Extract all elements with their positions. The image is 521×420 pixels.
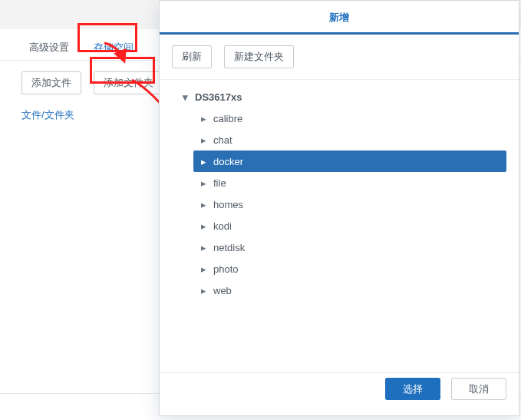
- tree-item-web[interactable]: ▸web: [193, 279, 506, 301]
- chevron-right-icon: ▸: [198, 156, 209, 167]
- tree-root[interactable]: ▾DS3617xs: [175, 86, 506, 107]
- tree-item-label: chat: [213, 134, 502, 146]
- chevron-right-icon: ▸: [198, 199, 209, 210]
- tree-item-label: netdisk: [213, 242, 502, 253]
- tree-item-label: photo: [213, 263, 502, 275]
- chevron-right-icon: ▸: [198, 242, 209, 253]
- chevron-right-icon: ▸: [198, 220, 209, 232]
- tree-item-chat[interactable]: ▸chat: [193, 129, 506, 150]
- chevron-right-icon: ▸: [198, 177, 209, 189]
- tree-item-calibre[interactable]: ▸calibre: [193, 107, 506, 129]
- chevron-right-icon: ▸: [198, 263, 209, 275]
- select-button[interactable]: 选择: [385, 378, 440, 400]
- tree-item-photo[interactable]: ▸photo: [193, 258, 506, 279]
- chevron-down-icon: ▾: [180, 91, 190, 103]
- refresh-button[interactable]: 刷新: [172, 45, 212, 68]
- tree-root-label: DS3617xs: [195, 91, 502, 103]
- tree-item-label: file: [213, 177, 502, 189]
- tree-item-label: calibre: [213, 113, 502, 124]
- tree-item-kodi[interactable]: ▸kodi: [193, 215, 506, 236]
- new-folder-button[interactable]: 新建文件夹: [224, 45, 294, 68]
- folder-picker-dialog: 新增 刷新 新建文件夹 ▾DS3617xs▸calibre▸chat▸docke…: [159, 0, 519, 416]
- chevron-right-icon: ▸: [198, 285, 209, 296]
- tree-item-netdisk[interactable]: ▸netdisk: [193, 236, 506, 258]
- folder-tree[interactable]: ▾DS3617xs▸calibre▸chat▸docker▸file▸homes…: [160, 80, 519, 385]
- chevron-right-icon: ▸: [198, 113, 209, 124]
- tree-item-docker[interactable]: ▸docker: [193, 150, 506, 172]
- tab-storage[interactable]: 存储空间: [83, 35, 144, 62]
- folder-picker-title: 新增: [160, 1, 519, 35]
- tab-advanced[interactable]: 高级设置: [18, 35, 80, 62]
- tree-item-label: web: [213, 285, 502, 296]
- tree-item-label: docker: [213, 156, 502, 167]
- tree-item-label: homes: [213, 199, 502, 210]
- folder-picker-toolbar: 刷新 新建文件夹: [160, 35, 519, 80]
- tree-item-file[interactable]: ▸file: [193, 172, 506, 193]
- cancel-button[interactable]: 取消: [451, 378, 506, 400]
- folder-picker-footer: 选择 取消: [160, 372, 519, 415]
- add-folder-button[interactable]: 添加文件夹: [94, 71, 163, 94]
- tree-item-label: kodi: [213, 220, 502, 232]
- add-file-button[interactable]: 添加文件: [21, 71, 81, 94]
- chevron-right-icon: ▸: [198, 134, 209, 146]
- tree-item-homes[interactable]: ▸homes: [193, 193, 506, 215]
